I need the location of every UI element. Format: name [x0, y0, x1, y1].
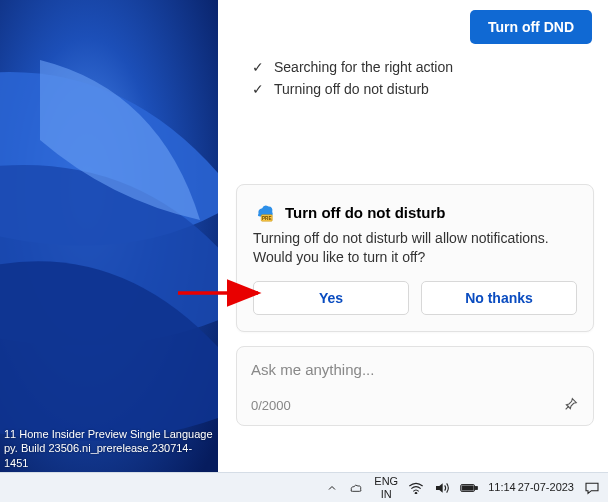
svg-line-3 — [566, 406, 569, 409]
turn-off-dnd-button[interactable]: Turn off DND — [470, 10, 592, 44]
onedrive-icon[interactable] — [348, 482, 364, 494]
taskbar: ENG IN 11:14 27-07-2023 — [0, 472, 608, 502]
lang-primary: ENG — [374, 476, 398, 487]
volume-icon[interactable] — [434, 481, 450, 495]
char-counter: 0/2000 — [251, 398, 291, 413]
battery-icon[interactable] — [460, 482, 478, 494]
ask-input[interactable] — [251, 361, 579, 378]
svg-point-6 — [415, 492, 417, 493]
ask-input-box[interactable]: 0/2000 — [236, 346, 594, 426]
svg-rect-10 — [462, 485, 473, 489]
status-list: ✓ Searching for the right action ✓ Turni… — [218, 50, 608, 100]
status-item: ✓ Turning off do not disturb — [252, 78, 588, 100]
build-line-1: 11 Home Insider Preview Single Language — [4, 427, 214, 441]
svg-marker-7 — [436, 483, 443, 492]
assistant-panel: Turn off DND ✓ Searching for the right a… — [218, 0, 608, 472]
check-icon: ✓ — [252, 81, 264, 97]
pin-icon[interactable] — [563, 396, 579, 415]
preview-badge-icon: PRE — [253, 201, 275, 223]
desktop-wallpaper: 11 Home Insider Preview Single Language … — [0, 0, 218, 472]
status-label: Searching for the right action — [274, 59, 453, 75]
date: 27-07-2023 — [518, 482, 574, 494]
time: 11:14 — [488, 482, 516, 494]
tray-overflow-icon[interactable] — [326, 482, 338, 494]
no-thanks-button[interactable]: No thanks — [421, 281, 577, 315]
language-indicator[interactable]: ENG IN — [374, 476, 398, 500]
card-body: Turning off do not disturb will allow no… — [253, 229, 577, 267]
status-label: Turning off do not disturb — [274, 81, 429, 97]
svg-text:PRE: PRE — [262, 216, 271, 221]
svg-rect-9 — [475, 486, 477, 489]
lang-secondary: IN — [381, 489, 392, 500]
build-watermark: 11 Home Insider Preview Single Language … — [0, 425, 218, 472]
card-title: Turn off do not disturb — [285, 204, 446, 221]
yes-button[interactable]: Yes — [253, 281, 409, 315]
confirm-card: PRE Turn off do not disturb Turning off … — [236, 184, 594, 332]
check-icon: ✓ — [252, 59, 264, 75]
wifi-icon[interactable] — [408, 482, 424, 494]
notifications-icon[interactable] — [584, 481, 600, 495]
status-item: ✓ Searching for the right action — [252, 56, 588, 78]
clock[interactable]: 11:14 27-07-2023 — [488, 482, 574, 494]
build-line-2: py. Build 23506.ni_prerelease.230714-145… — [4, 441, 214, 470]
